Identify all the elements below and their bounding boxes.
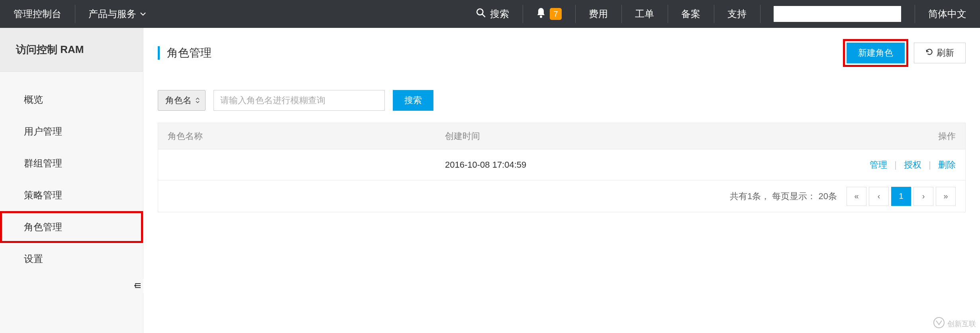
search-label: 搜索 xyxy=(490,8,509,20)
sidebar: 访问控制 RAM 概览 用户管理 群组管理 策略管理 角色管理 设置 xyxy=(0,28,143,333)
language-label: 简体中文 xyxy=(928,8,966,20)
header-actions: 新建角色 刷新 xyxy=(843,39,966,67)
products-dropdown[interactable]: 产品与服务 xyxy=(75,0,159,28)
svg-point-6 xyxy=(934,317,944,328)
sidebar-item-roles[interactable]: 角色管理 xyxy=(0,211,143,243)
nav-ticket[interactable]: 工单 xyxy=(621,0,668,28)
pagination: « ‹ 1 › » xyxy=(847,187,956,206)
create-role-highlight: 新建角色 xyxy=(843,39,908,67)
nav-support[interactable]: 支持 xyxy=(714,0,760,28)
main: 角色管理 新建角色 刷新 角色名 xyxy=(143,28,980,333)
page-current[interactable]: 1 xyxy=(891,187,911,206)
refresh-icon xyxy=(925,48,937,58)
topbar-spacer xyxy=(159,0,462,28)
total-text: 共有1条， 每页显示： 20条 xyxy=(730,190,837,202)
total-count: 1 xyxy=(747,191,752,201)
bell-icon xyxy=(536,7,546,21)
page-title: 角色管理 xyxy=(167,45,212,61)
language-switch[interactable]: 简体中文 xyxy=(915,0,980,28)
watermark-icon xyxy=(933,317,945,331)
search-button-label: 搜索 xyxy=(404,94,422,106)
notification-badge: 7 xyxy=(550,8,562,20)
account-area[interactable] xyxy=(760,0,915,28)
page-first[interactable]: « xyxy=(847,187,866,206)
watermark-text: 创新互联 xyxy=(947,319,976,329)
nav-cost-label: 费用 xyxy=(589,8,608,20)
sidebar-items: 概览 用户管理 群组管理 策略管理 角色管理 设置 xyxy=(0,72,143,275)
topbar-left: 管理控制台 产品与服务 xyxy=(0,0,159,28)
global-search[interactable]: 搜索 xyxy=(462,0,523,28)
sidebar-title: 访问控制 RAM xyxy=(0,28,143,72)
nav-record-label: 备案 xyxy=(681,8,700,20)
chevron-down-icon xyxy=(140,12,146,16)
search-input[interactable] xyxy=(214,90,385,111)
title-marker xyxy=(158,46,160,60)
op-authorize[interactable]: 授权 xyxy=(904,160,921,170)
watermark: 创新互联 xyxy=(933,317,976,331)
console-home[interactable]: 管理控制台 xyxy=(0,0,75,28)
th-role-name: 角色名称 xyxy=(158,130,445,142)
sidebar-item-label: 用户管理 xyxy=(24,125,62,138)
svg-line-1 xyxy=(482,14,485,17)
notifications[interactable]: 7 xyxy=(523,0,575,28)
topbar-right: 搜索 7 费用 工单 备案 支持 简体中文 xyxy=(462,0,980,28)
table-footer: 共有1条， 每页显示： 20条 « ‹ 1 › » xyxy=(158,180,966,212)
sidebar-item-label: 概览 xyxy=(24,93,43,106)
refresh-label: 刷新 xyxy=(937,47,954,59)
topbar: 管理控制台 产品与服务 搜索 7 费用 工单 备案 xyxy=(0,0,980,28)
svg-point-0 xyxy=(477,9,483,15)
create-role-label: 新建角色 xyxy=(858,47,893,59)
op-manage[interactable]: 管理 xyxy=(870,160,887,170)
op-delete[interactable]: 删除 xyxy=(938,160,956,170)
sidebar-item-label: 设置 xyxy=(24,253,43,265)
td-created-time: 2016-10-08 17:04:59 xyxy=(445,160,772,170)
page-next[interactable]: › xyxy=(913,187,933,206)
search-field-select[interactable]: 角色名 xyxy=(158,90,206,111)
console-home-label: 管理控制台 xyxy=(14,8,61,20)
table-row: 2016-10-08 17:04:59 管理 | 授权 | 删除 xyxy=(158,149,965,180)
table-header-row: 角色名称 创建时间 操作 xyxy=(158,123,965,149)
nav-record[interactable]: 备案 xyxy=(668,0,714,28)
collapse-icon xyxy=(134,281,141,291)
create-role-button[interactable]: 新建角色 xyxy=(847,43,905,63)
total-prefix: 共有 xyxy=(730,191,747,201)
search-button[interactable]: 搜索 xyxy=(393,90,433,111)
nav-ticket-label: 工单 xyxy=(635,8,654,20)
svg-point-2 xyxy=(540,16,542,18)
page-title-wrap: 角色管理 xyxy=(158,45,212,61)
page-header: 角色管理 新建角色 刷新 xyxy=(158,40,966,66)
page-prev[interactable]: ‹ xyxy=(869,187,889,206)
sidebar-item-label: 策略管理 xyxy=(24,189,62,202)
page-size-value[interactable]: 20条 xyxy=(819,191,837,201)
page-last[interactable]: » xyxy=(936,187,956,206)
sidebar-item-groups[interactable]: 群组管理 xyxy=(0,147,143,179)
nav-cost[interactable]: 费用 xyxy=(575,0,621,28)
search-row: 角色名 搜索 xyxy=(158,90,966,111)
sidebar-item-label: 角色管理 xyxy=(24,221,62,233)
td-ops: 管理 | 授权 | 删除 xyxy=(772,159,965,171)
op-sep: | xyxy=(929,160,931,170)
search-field-label: 角色名 xyxy=(165,94,192,106)
sidebar-item-overview[interactable]: 概览 xyxy=(0,84,143,116)
sidebar-item-settings[interactable]: 设置 xyxy=(0,243,143,275)
sidebar-item-policies[interactable]: 策略管理 xyxy=(0,179,143,211)
sidebar-title-label: 访问控制 RAM xyxy=(16,43,84,57)
th-ops: 操作 xyxy=(772,130,965,142)
nav-support-label: 支持 xyxy=(727,8,747,20)
products-label: 产品与服务 xyxy=(88,8,136,20)
sidebar-item-users[interactable]: 用户管理 xyxy=(0,116,143,147)
search-icon xyxy=(476,8,490,20)
total-suffix: 条， xyxy=(752,191,770,201)
op-sep: | xyxy=(894,160,897,170)
select-stepper-icon xyxy=(196,98,200,103)
roles-table: 角色名称 创建时间 操作 2016-10-08 17:04:59 管理 | 授权… xyxy=(158,123,966,180)
refresh-button[interactable]: 刷新 xyxy=(914,43,966,63)
sidebar-collapse-toggle[interactable] xyxy=(132,279,143,293)
content-area: 访问控制 RAM 概览 用户管理 群组管理 策略管理 角色管理 设置 xyxy=(0,28,980,333)
page-size-label: 每页显示： xyxy=(772,191,816,201)
th-created-time: 创建时间 xyxy=(445,130,772,142)
sidebar-item-label: 群组管理 xyxy=(24,157,62,170)
account-box xyxy=(774,6,901,22)
